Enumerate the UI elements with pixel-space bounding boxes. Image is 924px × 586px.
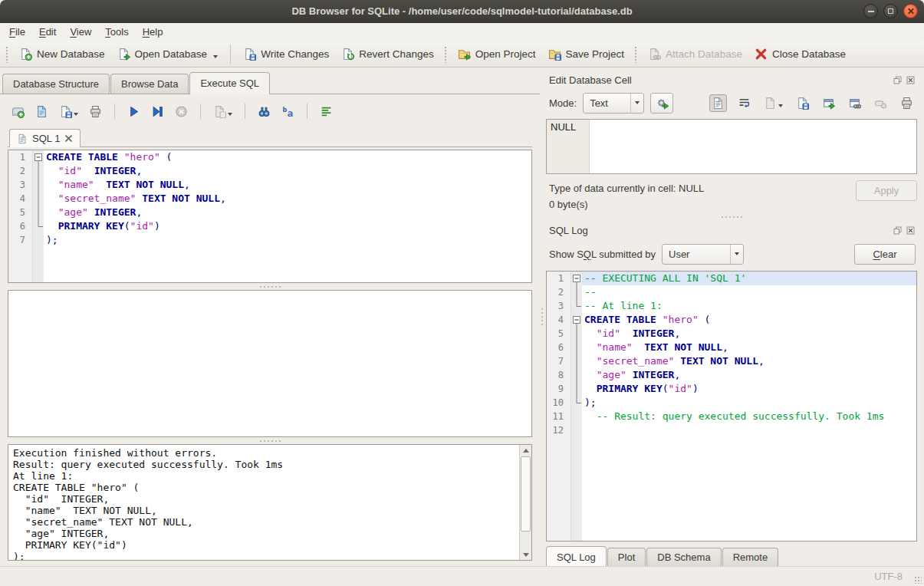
scroll-down-icon[interactable] <box>520 549 531 560</box>
open-project-button[interactable]: Open Project <box>452 44 542 64</box>
import-file-button[interactable] <box>761 94 785 112</box>
sql-editor-toolbar: ba <box>8 100 532 122</box>
execute-all-button[interactable] <box>125 103 143 120</box>
maximize-button[interactable] <box>883 4 898 18</box>
menu-help[interactable]: Help <box>136 23 170 41</box>
scroll-up-icon[interactable] <box>520 445 531 456</box>
window-title: DB Browser for SQLite - /home/user/code/… <box>0 5 924 17</box>
clear-button[interactable]: Clear <box>854 244 916 265</box>
word-wrap-button[interactable] <box>735 94 753 112</box>
set-null-button[interactable] <box>872 94 889 112</box>
save-file-button[interactable] <box>794 94 811 112</box>
message-scrollbar[interactable] <box>519 445 531 560</box>
right-pane: Edit Database Cell Mode: Text NULL <box>544 67 924 566</box>
sql-log-dock-buttons <box>893 226 916 235</box>
export-cell-button[interactable] <box>820 94 837 112</box>
find-replace-button[interactable]: ba <box>279 103 297 120</box>
cell-editor-body[interactable] <box>590 120 916 173</box>
sql-editor-tab[interactable]: SQL 1 <box>9 129 81 147</box>
menu-file[interactable]: File <box>2 23 32 41</box>
open-database-button[interactable]: Open Database <box>111 44 225 64</box>
tab-remote[interactable]: Remote <box>722 548 779 566</box>
menu-view[interactable]: View <box>63 23 98 41</box>
toolbar-separator <box>245 104 245 119</box>
fold-marker[interactable] <box>571 313 582 327</box>
toolbar-button-label: New Database <box>37 48 105 60</box>
text-mode-button[interactable] <box>709 94 727 112</box>
link-cell-button[interactable] <box>846 94 863 112</box>
format-sql-button[interactable] <box>317 103 335 120</box>
mode-select[interactable]: Text <box>583 93 644 114</box>
export-results-button[interactable] <box>211 103 235 120</box>
results-message-splitter[interactable] <box>8 437 532 444</box>
tab-browse-data[interactable]: Browse Data <box>110 74 189 94</box>
sql-log-view[interactable]: 1-- EXECUTING ALL IN 'SQL 1'2--3-- At li… <box>546 271 917 542</box>
execution-message-panel[interactable]: Execution finished without errors. Resul… <box>8 444 532 561</box>
close-button[interactable] <box>903 4 918 18</box>
stop-button[interactable] <box>173 103 190 120</box>
editor-results-splitter[interactable] <box>8 283 532 290</box>
close-icon[interactable] <box>906 75 916 85</box>
find-replace-icon: ba <box>281 105 294 118</box>
float-icon[interactable] <box>893 226 903 235</box>
write-changes-button[interactable]: Write Changes <box>237 44 335 64</box>
tab-execute-sql[interactable]: Execute SQL <box>189 72 270 94</box>
status-bar: UTF-8 <box>0 566 924 586</box>
execute-line-button[interactable] <box>149 103 166 120</box>
toolbar-drag-handle[interactable] <box>634 46 638 63</box>
tab-db-schema[interactable]: DB Schema <box>646 548 721 566</box>
sql-editor[interactable]: 1CREATE TABLE "hero" (2 "id" INTEGER,3 "… <box>8 150 532 283</box>
bottom-dock-tab-bar: SQL LogPlotDB SchemaRemote <box>546 542 917 566</box>
scrollbar-track[interactable] <box>520 456 531 549</box>
line-number: 2 <box>8 164 33 178</box>
min-icon <box>868 11 874 12</box>
apply-button[interactable]: Apply <box>856 180 917 201</box>
print-button[interactable] <box>87 103 104 120</box>
print-button[interactable] <box>898 94 916 112</box>
new-sql-tab-button[interactable] <box>9 103 27 120</box>
find-button[interactable] <box>255 103 273 120</box>
menu-edit[interactable]: Edit <box>32 23 63 41</box>
text-mode-icon <box>712 97 725 110</box>
toolbar-drag-handle[interactable] <box>444 46 448 63</box>
save-sql-file-button[interactable] <box>57 103 81 120</box>
tab-plot[interactable]: Plot <box>607 548 646 566</box>
menu-tools[interactable]: Tools <box>98 23 135 41</box>
toolbar-drag-handle[interactable] <box>5 46 9 63</box>
import-file-icon <box>764 97 777 110</box>
save-project-button[interactable]: Save Project <box>542 44 631 64</box>
close-icon[interactable] <box>906 226 916 235</box>
cell-log-splitter[interactable] <box>546 212 917 222</box>
chevron-down-icon <box>630 94 643 113</box>
code-line: 3 "name" TEXT NOT NULL, <box>8 178 531 192</box>
toolbar-separator <box>230 44 231 64</box>
word-wrap-icon <box>738 97 751 110</box>
new-database-button[interactable]: New Database <box>13 44 111 64</box>
cell-value: NULL <box>547 120 590 173</box>
auto-switch-mode-button[interactable] <box>650 93 673 114</box>
cell-editor-toolbar <box>709 94 916 112</box>
float-icon[interactable] <box>893 75 903 85</box>
fold-marker[interactable] <box>571 272 582 285</box>
minimize-button[interactable] <box>863 4 878 18</box>
close-database-button[interactable]: Close Database <box>748 44 852 64</box>
line-number: 12 <box>547 423 571 437</box>
svg-text:a: a <box>287 107 293 118</box>
revert-changes-button[interactable]: Revert Changes <box>335 44 440 64</box>
cell-editor[interactable]: NULL <box>546 119 917 174</box>
open-database-icon <box>117 48 130 61</box>
code-text: PRIMARY KEY("id") <box>582 382 916 396</box>
fold-marker[interactable] <box>33 150 44 164</box>
title-bar[interactable]: DB Browser for SQLite - /home/user/code/… <box>0 0 924 23</box>
code-line: 5 "age" INTEGER, <box>8 206 531 219</box>
code-text: "age" INTEGER, <box>582 368 916 382</box>
tab-database-structure[interactable]: Database Structure <box>2 74 110 94</box>
tab-sql-log[interactable]: SQL Log <box>546 546 607 566</box>
attach-database-button[interactable]: Attach Database <box>642 44 748 64</box>
sql-log-filter-select[interactable]: User <box>662 244 744 265</box>
open-sql-file-button[interactable] <box>33 103 51 120</box>
scrollbar-thumb[interactable] <box>521 456 531 532</box>
tab-close-icon[interactable] <box>64 134 73 143</box>
resize-grip[interactable] <box>914 576 922 584</box>
line-number: 3 <box>8 178 33 192</box>
